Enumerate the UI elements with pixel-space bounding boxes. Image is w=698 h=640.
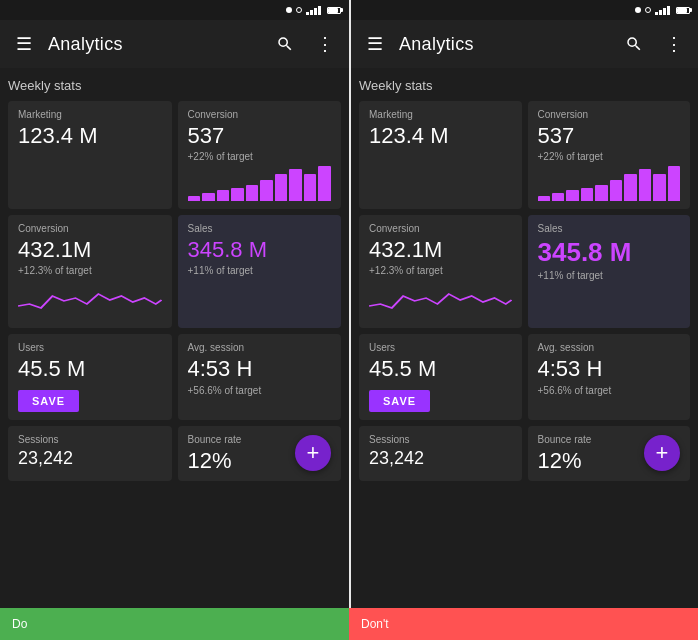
save-button-dont[interactable]: SAVE bbox=[369, 390, 430, 412]
more-icon-dont[interactable]: ⋮ bbox=[658, 28, 690, 60]
stats-grid-dont: Marketing 123.4 M Conversion 537 +22% of… bbox=[359, 101, 690, 481]
conversion-large-value-do: 432.1M bbox=[18, 238, 162, 262]
bar-dont-3 bbox=[566, 190, 578, 201]
bar-dont-8 bbox=[639, 169, 651, 201]
status-dot-2 bbox=[296, 7, 302, 13]
signal-bar-dont bbox=[655, 6, 670, 15]
battery-icon bbox=[327, 7, 341, 14]
marketing-label-do: Marketing bbox=[18, 109, 162, 120]
battery-icon-dont bbox=[676, 7, 690, 14]
status-dot-dont-1 bbox=[635, 7, 641, 13]
conversion-top-target-do: +22% of target bbox=[188, 151, 332, 162]
bar-dont-1 bbox=[538, 196, 550, 201]
bar-4 bbox=[231, 188, 244, 201]
bar-2 bbox=[202, 193, 215, 201]
screens-row: ☰ Analytics ⋮ Weekly stats Marketing 123… bbox=[0, 0, 698, 608]
users-label-dont: Users bbox=[369, 342, 512, 353]
conversion-top-label-do: Conversion bbox=[188, 109, 332, 120]
bar-8 bbox=[289, 169, 302, 201]
status-bar-do bbox=[0, 0, 349, 20]
bar-dont-4 bbox=[581, 188, 593, 201]
conversion-large-value-dont: 432.1M bbox=[369, 238, 512, 262]
bar-dont-5 bbox=[595, 185, 607, 201]
avg-session-value-do: 4:53 H bbox=[188, 357, 332, 381]
sales-target-do: +11% of target bbox=[188, 265, 332, 276]
main-content-do: Weekly stats Marketing 123.4 M Conversio… bbox=[0, 68, 349, 608]
app-title-dont: Analytics bbox=[399, 34, 610, 55]
conversion-top-value-do: 537 bbox=[188, 124, 332, 148]
sales-value-dont: 345.8 M bbox=[538, 238, 681, 267]
sales-value-do: 345.8 M bbox=[188, 238, 332, 262]
marketing-label-dont: Marketing bbox=[369, 109, 512, 120]
bar-dont-6 bbox=[610, 180, 622, 202]
sales-card-dont: Sales 345.8 M +11% of target bbox=[528, 215, 691, 328]
users-value-do: 45.5 M bbox=[18, 357, 162, 381]
save-button-do[interactable]: SAVE bbox=[18, 390, 79, 412]
avg-session-card-do: Avg. session 4:53 H +56.6% of target bbox=[178, 334, 342, 419]
main-content-dont: Weekly stats Marketing 123.4 M Conversio… bbox=[351, 68, 698, 608]
users-card-do: Users 45.5 M SAVE bbox=[8, 334, 172, 419]
bar-dont-9 bbox=[653, 174, 665, 201]
status-dot-1 bbox=[286, 7, 292, 13]
sessions-value-dont: 23,242 bbox=[369, 449, 512, 469]
sparkline-dont bbox=[369, 276, 512, 316]
stats-grid-do: Marketing 123.4 M Conversion 537 +22% of… bbox=[8, 101, 341, 481]
weekly-stats-label-dont: Weekly stats bbox=[359, 78, 690, 93]
do-label: Do bbox=[0, 608, 349, 640]
search-icon-dont[interactable] bbox=[618, 28, 650, 60]
app-title-do: Analytics bbox=[48, 34, 261, 55]
conversion-large-target-do: +12.3% of target bbox=[18, 265, 162, 276]
bar-7 bbox=[275, 174, 288, 201]
bar-9 bbox=[304, 174, 317, 201]
bottom-bar: Do Don't bbox=[0, 608, 698, 640]
conversion-large-card-do: Conversion 432.1M +12.3% of target bbox=[8, 215, 172, 328]
conversion-top-value-dont: 537 bbox=[538, 124, 681, 148]
app-bar-do: ☰ Analytics ⋮ bbox=[0, 20, 349, 68]
conversion-large-target-dont: +12.3% of target bbox=[369, 265, 512, 276]
dont-label: Don't bbox=[349, 608, 698, 640]
cards-grid-do: Marketing 123.4 M Conversion 537 +22% of… bbox=[8, 101, 341, 481]
conversion-top-card-dont: Conversion 537 +22% of target bbox=[528, 101, 691, 209]
search-icon-do[interactable] bbox=[269, 28, 301, 60]
marketing-card-do: Marketing 123.4 M bbox=[8, 101, 172, 209]
bar-5 bbox=[246, 185, 259, 201]
bar-3 bbox=[217, 190, 230, 201]
avg-session-label-do: Avg. session bbox=[188, 342, 332, 353]
bar-dont-10 bbox=[668, 166, 680, 201]
sales-card-do: Sales 345.8 M +11% of target bbox=[178, 215, 342, 328]
menu-icon-do[interactable]: ☰ bbox=[8, 28, 40, 60]
bar-dont-2 bbox=[552, 193, 564, 201]
sales-label-dont: Sales bbox=[538, 223, 681, 234]
conversion-bar-chart-do bbox=[188, 166, 332, 201]
sessions-card-dont: Sessions 23,242 bbox=[359, 426, 522, 481]
bar-6 bbox=[260, 180, 273, 202]
bar-dont-7 bbox=[624, 174, 636, 201]
more-icon-do[interactable]: ⋮ bbox=[309, 28, 341, 60]
users-card-dont: Users 45.5 M SAVE bbox=[359, 334, 522, 419]
conversion-top-target-dont: +22% of target bbox=[538, 151, 681, 162]
sessions-card-do: Sessions 23,242 bbox=[8, 426, 172, 481]
users-value-dont: 45.5 M bbox=[369, 357, 512, 381]
sparkline-do bbox=[18, 276, 162, 316]
dont-screen: ☰ Analytics ⋮ Weekly stats Marketing 123… bbox=[349, 0, 698, 608]
marketing-value-dont: 123.4 M bbox=[369, 124, 512, 148]
avg-session-value-dont: 4:53 H bbox=[538, 357, 681, 381]
weekly-stats-label-do: Weekly stats bbox=[8, 78, 341, 93]
sessions-label-do: Sessions bbox=[18, 434, 162, 445]
menu-icon-dont[interactable]: ☰ bbox=[359, 28, 391, 60]
users-label-do: Users bbox=[18, 342, 162, 353]
sessions-label-dont: Sessions bbox=[369, 434, 512, 445]
cards-grid-dont: Marketing 123.4 M Conversion 537 +22% of… bbox=[359, 101, 690, 481]
avg-session-target-dont: +56.6% of target bbox=[538, 385, 681, 396]
do-screen: ☰ Analytics ⋮ Weekly stats Marketing 123… bbox=[0, 0, 349, 608]
sales-target-dont: +11% of target bbox=[538, 270, 681, 281]
conversion-top-card-do: Conversion 537 +22% of target bbox=[178, 101, 342, 209]
avg-session-label-dont: Avg. session bbox=[538, 342, 681, 353]
fab-dont[interactable]: + bbox=[644, 435, 680, 471]
avg-session-card-dont: Avg. session 4:53 H +56.6% of target bbox=[528, 334, 691, 419]
marketing-value-do: 123.4 M bbox=[18, 124, 162, 148]
fab-do[interactable]: + bbox=[295, 435, 331, 471]
app-bar-dont: ☰ Analytics ⋮ bbox=[351, 20, 698, 68]
status-bar-dont bbox=[351, 0, 698, 20]
conversion-bar-chart-dont bbox=[538, 166, 681, 201]
